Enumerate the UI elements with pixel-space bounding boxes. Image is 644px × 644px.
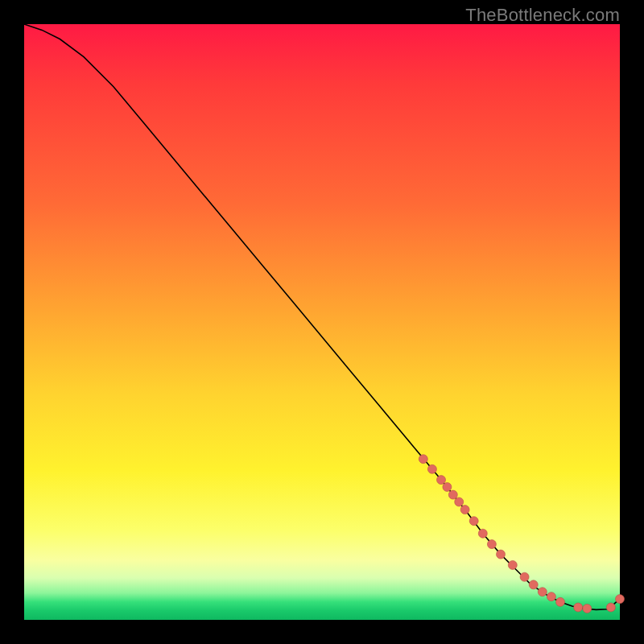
marker-point	[478, 529, 487, 538]
marker-point	[437, 476, 446, 485]
marker-point	[538, 588, 547, 597]
marker-point	[469, 517, 478, 526]
bottleneck-curve	[24, 24, 620, 609]
marker-point	[583, 604, 592, 613]
marker-point	[520, 572, 529, 581]
marker-point	[616, 595, 625, 604]
curve-svg	[24, 24, 620, 620]
marker-point	[606, 603, 615, 612]
marker-point	[455, 497, 464, 506]
chart-frame: TheBottleneck.com	[0, 0, 644, 644]
marker-point	[547, 592, 555, 601]
marker-point	[574, 603, 583, 612]
marker-point	[487, 540, 496, 549]
markers-group	[419, 455, 624, 613]
marker-point	[419, 455, 427, 464]
marker-point	[508, 560, 517, 569]
marker-point	[427, 464, 436, 473]
marker-point	[443, 482, 452, 491]
marker-point	[556, 597, 565, 606]
marker-point	[529, 580, 538, 589]
watermark-text: TheBottleneck.com	[465, 5, 620, 26]
marker-point	[448, 490, 457, 499]
marker-point	[497, 550, 506, 559]
plot-area	[24, 24, 620, 620]
marker-point	[460, 506, 469, 514]
